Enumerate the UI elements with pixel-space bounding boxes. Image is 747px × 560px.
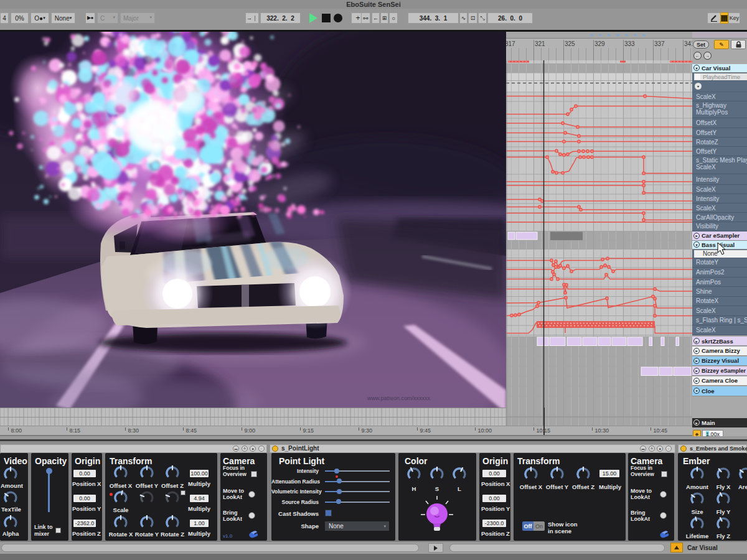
svg-text:www.patreon.com/xxxxxx: www.patreon.com/xxxxxx [367,395,431,401]
